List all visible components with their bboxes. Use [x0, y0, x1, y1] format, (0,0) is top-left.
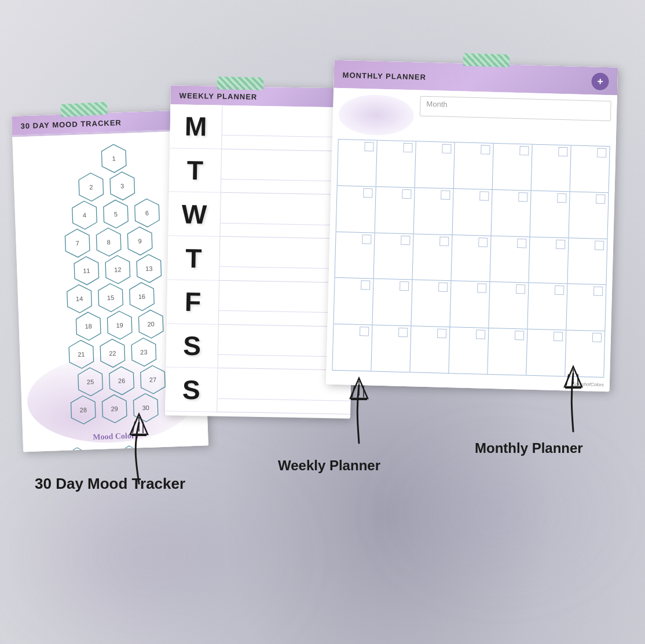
day-saturday: S: [166, 324, 218, 368]
cal-cell-r4c4: [450, 281, 490, 328]
hex-3: 3: [107, 170, 138, 202]
mood-happy: Happy: [72, 446, 113, 452]
cal-row-2: [336, 186, 609, 239]
cal-cell-r2c2: [375, 186, 415, 233]
cal-cell-r4c3: [411, 280, 451, 327]
monthly-annotation: Monthly Planner: [475, 440, 583, 457]
cal-row-1: [338, 140, 610, 193]
hex-21: 21: [66, 339, 97, 370]
cal-cell-r3c5: [490, 236, 530, 283]
day-tuesday: T: [169, 148, 221, 193]
hex-23: 23: [128, 336, 159, 368]
hex-19: 19: [104, 310, 135, 341]
cal-cell-r2c7: [569, 192, 609, 238]
monthly-card-tape: [463, 53, 510, 68]
day-friday: F: [167, 280, 219, 324]
cal-cell-r5c4: [449, 327, 489, 374]
cal-cell-r5c1: [332, 324, 372, 371]
cal-cell-r2c3: [414, 188, 454, 235]
hex-6: 6: [131, 197, 163, 229]
day-monday: M: [170, 104, 222, 149]
weekly-card-tape: [217, 76, 263, 90]
cal-cell-r3c1: [335, 232, 375, 279]
mood-card-tape: [60, 102, 107, 117]
hex-7: 7: [62, 228, 93, 259]
hex-1: 1: [98, 143, 130, 174]
mood-card-title: 30 DAY MOOD TRACKER: [20, 116, 188, 130]
cal-cell-r1c3: [415, 141, 455, 188]
cal-row-3: [335, 232, 607, 285]
monthly-card-body: Month: [326, 88, 617, 392]
hex-22: 22: [97, 338, 128, 369]
cal-cell-r2c4: [453, 189, 493, 236]
cal-cell-r4c1: [334, 278, 373, 325]
cal-cell-r4c2: [372, 279, 412, 326]
cal-cell-r4c6: [527, 283, 567, 330]
bg-blob-2: [384, 441, 616, 586]
cal-row-4: [334, 278, 606, 331]
cal-cell-r5c3: [410, 327, 450, 374]
svg-marker-27: [72, 448, 81, 452]
hex-row-1: 1: [98, 142, 130, 175]
weekly-annotation: Weekly Planner: [278, 458, 380, 474]
hex-2: 2: [75, 171, 107, 203]
day-thursday: T: [167, 236, 219, 280]
cal-cell-r3c2: [374, 233, 414, 280]
cal-cell-r4c7: [566, 284, 606, 331]
bg-blob-1: [0, 470, 289, 644]
cloud-decoration: [338, 94, 415, 136]
day-wednesday: W: [168, 192, 220, 237]
cal-cell-r1c2: [376, 141, 416, 188]
hex-27: 27: [137, 364, 168, 396]
hex-13: 13: [133, 253, 164, 284]
mood-tracker-annotation: 30 Day Mood Tracker: [35, 475, 185, 493]
weekly-card-title: WEEKLY PLANNER: [179, 92, 347, 103]
calendar-grid: [332, 139, 610, 378]
cal-cell-r2c5: [492, 190, 532, 237]
hex-14: 14: [64, 283, 95, 314]
cal-cell-r1c4: [454, 142, 494, 189]
cal-cell-r3c6: [529, 237, 569, 284]
cal-cell-r5c2: [371, 325, 411, 372]
hex-4: 4: [69, 200, 100, 231]
monthly-arrow: [544, 365, 602, 434]
cal-cell-r2c1: [336, 186, 376, 233]
cal-cell-r3c4: [452, 235, 492, 282]
days-column: M T W T F S S: [165, 104, 222, 412]
hex-16: 16: [126, 281, 157, 312]
monthly-plus-button[interactable]: +: [591, 72, 609, 90]
cal-cell-r5c5: [488, 328, 527, 375]
cal-cell-r1c1: [338, 140, 378, 186]
cal-cell-r1c5: [493, 144, 533, 191]
hex-8: 8: [93, 226, 124, 258]
hex-20: 20: [135, 309, 167, 340]
hex-11: 11: [71, 255, 102, 287]
hex-25: 25: [75, 366, 106, 397]
cal-cell-r2c6: [530, 191, 570, 237]
cal-cell-r1c7: [570, 145, 610, 192]
monthly-planner-card: MONTHLY PLANNER + Month: [326, 60, 618, 392]
hex-9: 9: [124, 225, 156, 257]
cal-cell-r3c7: [567, 238, 607, 284]
hex-5: 5: [100, 199, 131, 230]
month-input[interactable]: Month: [420, 96, 611, 122]
monthly-card-title: MONTHLY PLANNER: [343, 71, 427, 82]
cal-cell-r4c5: [489, 282, 529, 329]
hex-26: 26: [106, 365, 137, 397]
cal-cell-r1c6: [532, 145, 571, 192]
hex-12: 12: [102, 254, 133, 286]
monthly-top-row: Month: [338, 94, 611, 141]
hex-18: 18: [73, 310, 104, 342]
cal-cell-r3c3: [413, 234, 453, 281]
hex-28: 28: [68, 394, 99, 426]
weekly-arrow: [330, 376, 388, 446]
day-sunday: S: [165, 367, 217, 412]
hex-15: 15: [95, 282, 126, 313]
